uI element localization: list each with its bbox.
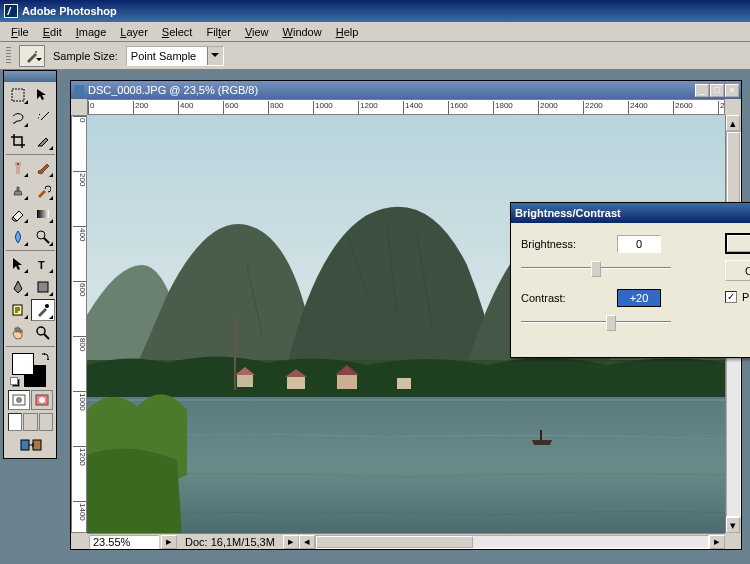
menu-image[interactable]: Image xyxy=(69,24,114,40)
brightness-label: Brightness: xyxy=(521,238,597,250)
svg-point-14 xyxy=(39,397,45,403)
ok-button[interactable]: OK xyxy=(725,233,750,254)
preview-label: Preview xyxy=(742,291,750,303)
swap-colors-icon[interactable] xyxy=(41,351,51,361)
screen-full-button[interactable] xyxy=(39,413,53,431)
menu-view[interactable]: View xyxy=(238,24,276,40)
svg-rect-24 xyxy=(234,315,236,390)
svg-rect-4 xyxy=(37,210,49,218)
svg-rect-23 xyxy=(397,378,411,389)
shape-tool[interactable] xyxy=(31,276,55,298)
menu-layer[interactable]: Layer xyxy=(113,24,155,40)
ruler-tick: 800 xyxy=(73,336,87,351)
svg-point-9 xyxy=(45,304,49,308)
photoshop-icon xyxy=(4,4,18,18)
brush-tool[interactable] xyxy=(31,157,55,179)
quickmask-mode-button[interactable] xyxy=(31,390,53,410)
ruler-tick: 400 xyxy=(178,101,193,115)
cancel-button[interactable]: Cancel xyxy=(725,260,750,281)
color-swatches[interactable] xyxy=(8,351,53,387)
menu-select[interactable]: Select xyxy=(155,24,200,40)
checkbox-icon[interactable]: ✓ xyxy=(725,291,737,303)
svg-rect-7 xyxy=(38,282,48,292)
ruler-tick: 1400 xyxy=(403,101,423,115)
svg-rect-17 xyxy=(74,85,84,95)
scroll-right-button[interactable]: ▸ xyxy=(709,535,725,549)
zoom-tool[interactable] xyxy=(31,322,55,344)
ruler-tick: 200 xyxy=(73,171,87,186)
app-titlebar: Adobe Photoshop xyxy=(0,0,750,22)
contrast-input[interactable] xyxy=(617,289,661,307)
brightness-input[interactable] xyxy=(617,235,661,253)
menu-edit[interactable]: Edit xyxy=(36,24,69,40)
toolbox-header[interactable] xyxy=(4,71,56,82)
scroll-left-button[interactable]: ◂ xyxy=(299,535,315,549)
status-arrow-button[interactable]: ▸ xyxy=(283,535,299,549)
preview-checkbox[interactable]: ✓ Preview xyxy=(725,291,750,303)
sample-size-value[interactable] xyxy=(127,48,207,64)
screen-fullmenu-button[interactable] xyxy=(23,413,37,431)
sample-size-select[interactable] xyxy=(126,46,224,66)
move-tool[interactable] xyxy=(31,84,55,106)
menu-filter[interactable]: Filter xyxy=(199,24,237,40)
ruler-tick: 1400 xyxy=(73,501,87,521)
ruler-vertical[interactable]: 0200400600800100012001400 xyxy=(71,115,87,533)
minimize-button[interactable]: _ xyxy=(695,84,709,97)
dialog-title: Brightness/Contrast xyxy=(515,207,621,219)
svg-rect-22 xyxy=(337,375,357,389)
dialog-titlebar[interactable]: Brightness/Contrast ✕ xyxy=(511,203,750,223)
default-colors-icon[interactable] xyxy=(10,377,20,387)
eraser-tool[interactable] xyxy=(6,203,30,225)
scroll-up-button[interactable]: ▴ xyxy=(726,115,740,131)
sample-size-label: Sample Size: xyxy=(53,50,118,62)
status-menu-button[interactable]: ▸ xyxy=(161,535,177,549)
ruler-tick: 1000 xyxy=(313,101,333,115)
standard-mode-button[interactable] xyxy=(8,390,30,410)
crop-tool[interactable] xyxy=(6,130,30,152)
clone-stamp-tool[interactable] xyxy=(6,180,30,202)
brightness-slider[interactable] xyxy=(521,259,671,277)
options-bar: Sample Size: xyxy=(0,42,750,70)
path-select-tool[interactable] xyxy=(6,253,30,275)
menu-file[interactable]: File xyxy=(4,24,36,40)
status-bar: ▸ Doc: 16,1M/15,3M ▸ ◂ ▸ xyxy=(87,533,725,549)
contrast-slider-handle[interactable] xyxy=(606,315,616,331)
document-titlebar[interactable]: DSC_0008.JPG @ 23,5% (RGB/8) _ □ × xyxy=(71,81,741,99)
menu-window[interactable]: Window xyxy=(276,24,329,40)
jump-to-imageready-button[interactable] xyxy=(6,434,55,456)
svg-text:T: T xyxy=(38,259,45,271)
menu-help[interactable]: Help xyxy=(329,24,366,40)
ruler-horizontal[interactable]: 0200400600800100012001400160018002000220… xyxy=(87,99,725,115)
chevron-down-icon[interactable] xyxy=(207,47,223,65)
ruler-tick: 200 xyxy=(133,101,148,115)
scroll-down-button[interactable]: ▾ xyxy=(726,517,740,533)
maximize-button[interactable]: □ xyxy=(710,84,724,97)
magic-wand-tool[interactable] xyxy=(31,107,55,129)
type-tool[interactable]: T xyxy=(31,253,55,275)
notes-tool[interactable] xyxy=(6,299,30,321)
foreground-color[interactable] xyxy=(12,353,34,375)
gradient-tool[interactable] xyxy=(31,203,55,225)
contrast-slider[interactable] xyxy=(521,313,671,331)
screen-standard-button[interactable] xyxy=(8,413,22,431)
ruler-tick: 2600 xyxy=(673,101,693,115)
pen-tool[interactable] xyxy=(6,276,30,298)
healing-brush-tool[interactable] xyxy=(6,157,30,179)
ruler-tick: 1000 xyxy=(73,391,87,411)
blur-tool[interactable] xyxy=(6,226,30,248)
eyedropper-tool[interactable] xyxy=(31,299,55,321)
history-brush-tool[interactable] xyxy=(31,180,55,202)
hscroll-thumb[interactable] xyxy=(316,536,473,548)
brightness-slider-handle[interactable] xyxy=(591,261,601,277)
tool-preset-picker[interactable] xyxy=(19,45,45,67)
close-button[interactable]: × xyxy=(725,84,739,97)
dodge-tool[interactable] xyxy=(31,226,55,248)
hand-tool[interactable] xyxy=(6,322,30,344)
zoom-input[interactable] xyxy=(89,535,159,549)
lasso-tool[interactable] xyxy=(6,107,30,129)
marquee-tool[interactable] xyxy=(6,84,30,106)
options-grip[interactable] xyxy=(6,47,11,65)
ruler-tick: 2800 xyxy=(718,101,725,115)
app-title: Adobe Photoshop xyxy=(22,5,117,17)
slice-tool[interactable] xyxy=(31,130,55,152)
